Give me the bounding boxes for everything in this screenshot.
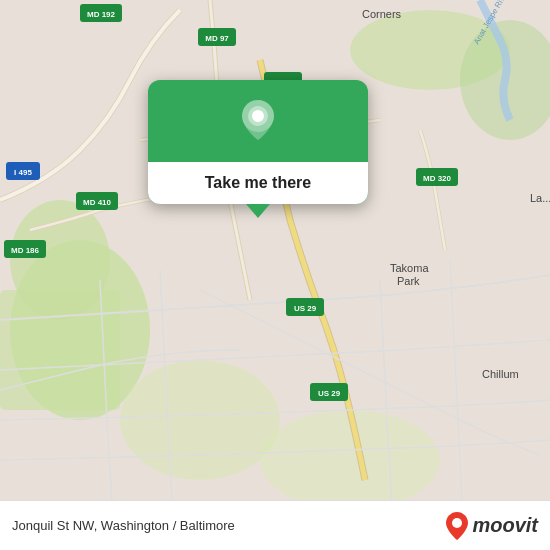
svg-text:US 29: US 29 (318, 389, 341, 398)
svg-point-37 (252, 110, 264, 122)
moovit-brand-name: moovit (472, 514, 538, 537)
svg-text:Chillum: Chillum (482, 368, 519, 380)
svg-text:La...: La... (530, 192, 550, 204)
location-pin-icon (236, 98, 280, 142)
svg-text:MD 192: MD 192 (87, 10, 116, 19)
moovit-pin-icon (446, 512, 468, 540)
map-container: Anat Jespe River (0, 0, 550, 500)
map-svg: Anat Jespe River (0, 0, 550, 500)
svg-text:Corners: Corners (362, 8, 402, 20)
svg-text:Park: Park (397, 275, 420, 287)
svg-text:US 29: US 29 (294, 304, 317, 313)
moovit-logo: moovit (446, 512, 538, 540)
svg-text:MD 320: MD 320 (423, 174, 452, 183)
svg-point-38 (452, 518, 462, 528)
location-text: Jonquil St NW, Washington / Baltimore (12, 518, 446, 533)
popup-card: Take me there (148, 80, 368, 204)
bottom-bar: Jonquil St NW, Washington / Baltimore mo… (0, 500, 550, 550)
svg-text:MD 97: MD 97 (205, 34, 229, 43)
svg-text:MD 186: MD 186 (11, 246, 40, 255)
svg-text:I 495: I 495 (14, 168, 32, 177)
svg-text:MD 410: MD 410 (83, 198, 112, 207)
take-me-there-button[interactable]: Take me there (148, 162, 368, 204)
svg-point-6 (120, 360, 280, 480)
svg-text:Takoma: Takoma (390, 262, 429, 274)
